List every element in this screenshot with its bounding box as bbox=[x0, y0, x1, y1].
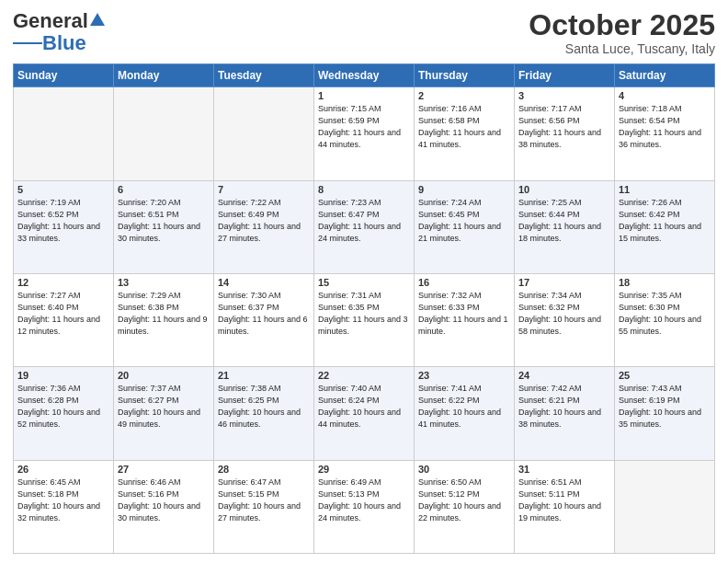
header: General Blue October 2025 Santa Luce, Tu… bbox=[13, 9, 715, 56]
day-info: Sunrise: 7:32 AM Sunset: 6:33 PM Dayligh… bbox=[418, 290, 510, 338]
day-number: 23 bbox=[418, 370, 510, 381]
day-info: Sunrise: 7:27 AM Sunset: 6:40 PM Dayligh… bbox=[17, 290, 109, 338]
day-number: 12 bbox=[17, 277, 109, 288]
day-number: 16 bbox=[418, 277, 510, 288]
day-number: 24 bbox=[518, 370, 610, 381]
calendar-cell: 21Sunrise: 7:38 AM Sunset: 6:25 PM Dayli… bbox=[214, 367, 314, 460]
calendar-cell bbox=[615, 460, 715, 553]
day-info: Sunrise: 6:46 AM Sunset: 5:16 PM Dayligh… bbox=[118, 477, 210, 524]
day-info: Sunrise: 7:43 AM Sunset: 6:19 PM Dayligh… bbox=[619, 383, 711, 431]
day-info: Sunrise: 7:41 AM Sunset: 6:22 PM Dayligh… bbox=[418, 383, 510, 431]
calendar-table: SundayMondayTuesdayWednesdayThursdayFrid… bbox=[13, 63, 715, 554]
calendar-cell: 9Sunrise: 7:24 AM Sunset: 6:45 PM Daylig… bbox=[415, 180, 515, 273]
calendar-cell bbox=[214, 87, 314, 180]
day-number: 6 bbox=[118, 184, 210, 195]
day-info: Sunrise: 7:24 AM Sunset: 6:45 PM Dayligh… bbox=[418, 197, 510, 245]
calendar-cell: 3Sunrise: 7:17 AM Sunset: 6:56 PM Daylig… bbox=[515, 87, 615, 180]
day-number: 3 bbox=[518, 90, 610, 101]
logo-general: General bbox=[13, 9, 88, 33]
day-number: 7 bbox=[218, 184, 310, 195]
weekday-header-friday: Friday bbox=[515, 64, 615, 87]
day-number: 25 bbox=[619, 370, 711, 381]
calendar-cell: 24Sunrise: 7:42 AM Sunset: 6:21 PM Dayli… bbox=[515, 367, 615, 460]
day-info: Sunrise: 7:35 AM Sunset: 6:30 PM Dayligh… bbox=[619, 290, 711, 338]
calendar-cell: 28Sunrise: 6:47 AM Sunset: 5:15 PM Dayli… bbox=[214, 460, 314, 553]
weekday-header-thursday: Thursday bbox=[415, 64, 515, 87]
logo: General Blue bbox=[13, 9, 106, 55]
calendar-week-5: 26Sunrise: 6:45 AM Sunset: 5:18 PM Dayli… bbox=[14, 460, 715, 553]
day-info: Sunrise: 7:16 AM Sunset: 6:58 PM Dayligh… bbox=[418, 103, 510, 151]
calendar-cell: 7Sunrise: 7:22 AM Sunset: 6:49 PM Daylig… bbox=[214, 180, 314, 273]
weekday-header-saturday: Saturday bbox=[615, 64, 715, 87]
day-number: 10 bbox=[518, 184, 610, 195]
calendar-cell: 10Sunrise: 7:25 AM Sunset: 6:44 PM Dayli… bbox=[515, 180, 615, 273]
day-number: 15 bbox=[318, 277, 410, 288]
day-info: Sunrise: 7:19 AM Sunset: 6:52 PM Dayligh… bbox=[17, 197, 109, 245]
calendar-cell: 20Sunrise: 7:37 AM Sunset: 6:27 PM Dayli… bbox=[114, 367, 214, 460]
day-number: 9 bbox=[418, 184, 510, 195]
calendar-cell: 15Sunrise: 7:31 AM Sunset: 6:35 PM Dayli… bbox=[314, 273, 415, 366]
day-info: Sunrise: 6:51 AM Sunset: 5:11 PM Dayligh… bbox=[518, 477, 610, 524]
day-info: Sunrise: 7:15 AM Sunset: 6:59 PM Dayligh… bbox=[318, 103, 410, 151]
day-info: Sunrise: 7:36 AM Sunset: 6:28 PM Dayligh… bbox=[17, 383, 109, 431]
day-number: 21 bbox=[218, 370, 310, 381]
calendar-cell: 16Sunrise: 7:32 AM Sunset: 6:33 PM Dayli… bbox=[415, 273, 515, 366]
day-number: 4 bbox=[619, 90, 711, 101]
month-title: October 2025 bbox=[529, 9, 715, 41]
calendar-cell: 12Sunrise: 7:27 AM Sunset: 6:40 PM Dayli… bbox=[14, 273, 114, 366]
location: Santa Luce, Tuscany, Italy bbox=[529, 41, 715, 56]
calendar-cell: 18Sunrise: 7:35 AM Sunset: 6:30 PM Dayli… bbox=[615, 273, 715, 366]
calendar-cell: 31Sunrise: 6:51 AM Sunset: 5:11 PM Dayli… bbox=[515, 460, 615, 553]
calendar-cell: 26Sunrise: 6:45 AM Sunset: 5:18 PM Dayli… bbox=[14, 460, 114, 553]
day-info: Sunrise: 6:49 AM Sunset: 5:13 PM Dayligh… bbox=[318, 477, 410, 524]
day-number: 30 bbox=[418, 464, 510, 475]
day-number: 2 bbox=[418, 90, 510, 101]
day-number: 26 bbox=[17, 464, 109, 475]
day-info: Sunrise: 7:30 AM Sunset: 6:37 PM Dayligh… bbox=[218, 290, 310, 338]
logo-icon bbox=[89, 11, 106, 28]
calendar-cell: 27Sunrise: 6:46 AM Sunset: 5:16 PM Dayli… bbox=[114, 460, 214, 553]
calendar-cell: 23Sunrise: 7:41 AM Sunset: 6:22 PM Dayli… bbox=[415, 367, 515, 460]
day-number: 28 bbox=[218, 464, 310, 475]
calendar-week-4: 19Sunrise: 7:36 AM Sunset: 6:28 PM Dayli… bbox=[14, 367, 715, 460]
day-number: 22 bbox=[318, 370, 410, 381]
day-number: 27 bbox=[118, 464, 210, 475]
calendar-cell: 6Sunrise: 7:20 AM Sunset: 6:51 PM Daylig… bbox=[114, 180, 214, 273]
weekday-header-row: SundayMondayTuesdayWednesdayThursdayFrid… bbox=[14, 64, 715, 87]
day-number: 31 bbox=[518, 464, 610, 475]
day-number: 17 bbox=[518, 277, 610, 288]
calendar-cell bbox=[14, 87, 114, 180]
day-number: 8 bbox=[318, 184, 410, 195]
calendar-cell: 11Sunrise: 7:26 AM Sunset: 6:42 PM Dayli… bbox=[615, 180, 715, 273]
calendar-week-2: 5Sunrise: 7:19 AM Sunset: 6:52 PM Daylig… bbox=[14, 180, 715, 273]
day-info: Sunrise: 6:45 AM Sunset: 5:18 PM Dayligh… bbox=[17, 477, 109, 524]
day-info: Sunrise: 7:37 AM Sunset: 6:27 PM Dayligh… bbox=[118, 383, 210, 431]
day-info: Sunrise: 7:26 AM Sunset: 6:42 PM Dayligh… bbox=[619, 197, 711, 245]
day-number: 29 bbox=[318, 464, 410, 475]
logo-blue: Blue bbox=[42, 31, 86, 55]
calendar-cell: 29Sunrise: 6:49 AM Sunset: 5:13 PM Dayli… bbox=[314, 460, 415, 553]
day-info: Sunrise: 6:50 AM Sunset: 5:12 PM Dayligh… bbox=[418, 477, 510, 524]
calendar-cell: 8Sunrise: 7:23 AM Sunset: 6:47 PM Daylig… bbox=[314, 180, 415, 273]
weekday-header-wednesday: Wednesday bbox=[314, 64, 415, 87]
calendar-cell: 1Sunrise: 7:15 AM Sunset: 6:59 PM Daylig… bbox=[314, 87, 415, 180]
calendar-cell: 13Sunrise: 7:29 AM Sunset: 6:38 PM Dayli… bbox=[114, 273, 214, 366]
calendar-cell: 25Sunrise: 7:43 AM Sunset: 6:19 PM Dayli… bbox=[615, 367, 715, 460]
day-info: Sunrise: 7:17 AM Sunset: 6:56 PM Dayligh… bbox=[518, 103, 610, 151]
calendar-cell: 14Sunrise: 7:30 AM Sunset: 6:37 PM Dayli… bbox=[214, 273, 314, 366]
weekday-header-tuesday: Tuesday bbox=[214, 64, 314, 87]
calendar-week-3: 12Sunrise: 7:27 AM Sunset: 6:40 PM Dayli… bbox=[14, 273, 715, 366]
day-info: Sunrise: 7:29 AM Sunset: 6:38 PM Dayligh… bbox=[118, 290, 210, 338]
calendar-cell: 4Sunrise: 7:18 AM Sunset: 6:54 PM Daylig… bbox=[615, 87, 715, 180]
day-info: Sunrise: 7:25 AM Sunset: 6:44 PM Dayligh… bbox=[518, 197, 610, 245]
day-info: Sunrise: 7:40 AM Sunset: 6:24 PM Dayligh… bbox=[318, 383, 410, 431]
day-number: 1 bbox=[318, 90, 410, 101]
day-number: 20 bbox=[118, 370, 210, 381]
day-info: Sunrise: 7:20 AM Sunset: 6:51 PM Dayligh… bbox=[118, 197, 210, 245]
calendar-cell bbox=[114, 87, 214, 180]
svg-marker-0 bbox=[90, 13, 105, 26]
calendar-cell: 5Sunrise: 7:19 AM Sunset: 6:52 PM Daylig… bbox=[14, 180, 114, 273]
title-block: October 2025 Santa Luce, Tuscany, Italy bbox=[529, 9, 715, 56]
day-info: Sunrise: 7:38 AM Sunset: 6:25 PM Dayligh… bbox=[218, 383, 310, 431]
page: General Blue October 2025 Santa Luce, Tu… bbox=[0, 0, 728, 563]
